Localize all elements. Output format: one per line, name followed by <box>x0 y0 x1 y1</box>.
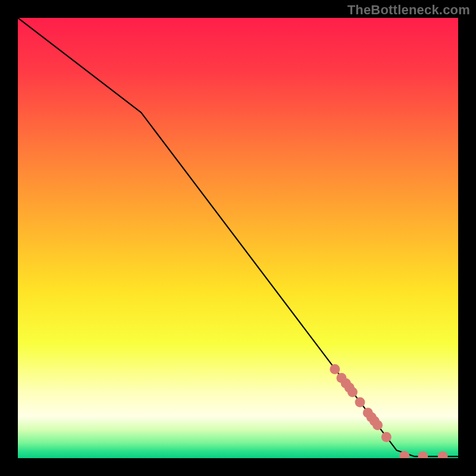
marker-dot <box>381 432 392 442</box>
gradient-background <box>18 18 458 458</box>
plot-area <box>18 18 458 458</box>
marker-dot <box>372 420 383 430</box>
marker-dot <box>347 387 358 397</box>
bottleneck-chart <box>18 18 458 458</box>
chart-frame: TheBottleneck.com <box>0 0 476 476</box>
watermark-text: TheBottleneck.com <box>347 2 470 18</box>
marker-dot <box>355 397 365 408</box>
marker-dot <box>330 364 340 374</box>
